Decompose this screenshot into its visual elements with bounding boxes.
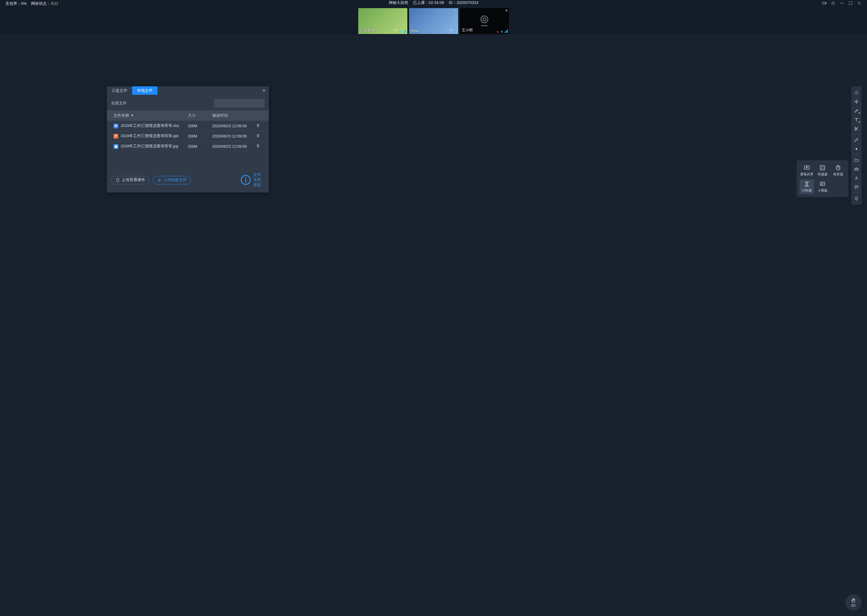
minimize-icon[interactable]: [840, 1, 844, 6]
tool-toolbox[interactable]: [852, 165, 861, 174]
color-indicator-icon: [859, 112, 860, 114]
svg-rect-34: [820, 166, 825, 170]
tool-pen[interactable]: [852, 106, 861, 115]
mic-icon: [454, 29, 457, 33]
network-status: 网络状态：良好: [31, 1, 58, 6]
tool-chat[interactable]: [852, 182, 861, 192]
file-row[interactable]: ▣2019年工作汇报情况查询等等.jpg200M2020/06/23 12:09…: [107, 141, 269, 152]
camera-off-icon: [478, 14, 491, 28]
file-row[interactable]: P2019年工作汇报情况查询等等.ppt200M2020/06/23 12:09…: [107, 131, 269, 141]
file-dialog: 云盘文件 本地文件 ✕ 全部文件 文件名称 ▾ 大小 修改时间 W2019年工作…: [107, 86, 269, 193]
delete-file-icon[interactable]: [256, 145, 260, 149]
svg-rect-7: [399, 31, 400, 32]
record-icon: [449, 27, 453, 33]
tool-color[interactable]: [852, 145, 861, 153]
file-size: 200M: [188, 121, 212, 131]
svg-rect-28: [854, 168, 858, 171]
file-size: 200M: [188, 131, 212, 141]
popover-buzzer[interactable]: 抢答器: [831, 163, 845, 178]
toolbox-popover: 屏幕共享 答题器 抢答器 计时器 小黑板: [796, 160, 848, 197]
fullscreen-icon[interactable]: [848, 1, 853, 6]
participant-tile[interactable]: 叮当老师: [358, 8, 407, 34]
file-row[interactable]: W2019年工作汇报情况查询等等.doc200M2020/06/23 12:09…: [107, 121, 269, 131]
search-input[interactable]: [218, 101, 263, 105]
file-type-icon: P: [113, 134, 118, 139]
participant-name: 叮当老师: [360, 28, 375, 33]
participant-indicators: [394, 27, 406, 33]
mic-muted-icon: [496, 29, 499, 33]
tool-move[interactable]: [852, 97, 861, 106]
popover-timer[interactable]: 计时器: [799, 179, 814, 194]
file-table: 文件名称 ▾ 大小 修改时间 W2019年工作汇报情况查询等等.doc200M2…: [107, 110, 269, 151]
tool-scissors[interactable]: [852, 124, 861, 133]
class-title: 神秘大自然: [389, 0, 408, 5]
raise-hand-button[interactable]: 0/2: [845, 594, 862, 611]
participant-close-icon[interactable]: ✕: [505, 9, 508, 13]
svg-point-21: [245, 178, 246, 178]
svg-point-12: [483, 18, 486, 21]
svg-rect-36: [820, 182, 825, 185]
file-size: 200M: [188, 141, 212, 152]
popover-whiteboard[interactable]: 小黑板: [815, 179, 830, 194]
participant-close-icon[interactable]: ✕: [454, 9, 457, 13]
col-mtime[interactable]: 修改时间: [212, 110, 256, 121]
sort-icon: ▾: [131, 113, 133, 118]
file-name: 2019年工作汇报情况查询等等.ppt: [121, 134, 178, 138]
participant-video-strip: 叮当老师 ✕ Nina ✕ 王小明: [0, 7, 867, 35]
popover-answer[interactable]: 答题器: [815, 163, 830, 178]
svg-rect-15: [501, 31, 502, 32]
svg-rect-0: [823, 2, 825, 5]
mic-icon: [399, 29, 402, 33]
color-indicator-icon: [859, 121, 860, 123]
tool-text[interactable]: [852, 115, 861, 124]
svg-point-11: [481, 16, 488, 23]
tool-user[interactable]: [852, 174, 861, 182]
svg-point-27: [856, 148, 857, 149]
file-mtime: 2020/06/23 12:09:09: [212, 121, 256, 131]
svg-point-9: [451, 30, 452, 30]
mic-icon: [500, 29, 503, 33]
packet-loss: 丢包率：0%: [5, 1, 27, 6]
supported-types-link[interactable]: 文件支持类型: [240, 172, 265, 188]
svg-line-26: [856, 127, 858, 129]
tool-bell[interactable]: [852, 194, 861, 203]
svg-point-22: [856, 92, 856, 93]
dialog-close-icon[interactable]: ✕: [262, 88, 266, 93]
svg-point-6: [395, 30, 396, 30]
delete-file-icon[interactable]: [256, 134, 260, 139]
participant-tile[interactable]: ✕ 王小明: [460, 8, 509, 34]
elapsed-time: 已上课：02:34:09: [413, 0, 444, 5]
tool-laser-pointer[interactable]: [852, 88, 861, 97]
upload-normal-button[interactable]: 上传普通课件: [111, 176, 150, 184]
file-mtime: 2020/06/23 12:09:09: [212, 141, 256, 152]
signal-bars-icon: [403, 29, 406, 33]
tool-eraser[interactable]: [852, 135, 861, 145]
file-name: 2019年工作汇报情况查询等等.doc: [121, 124, 179, 128]
delete-file-icon[interactable]: [256, 124, 260, 129]
file-mtime: 2020/06/23 12:09:09: [212, 131, 256, 141]
file-type-icon: ▣: [113, 144, 118, 149]
toolbar-divider: [852, 154, 861, 155]
tool-folder[interactable]: [852, 156, 861, 165]
col-size[interactable]: 大小: [188, 110, 212, 121]
play-icon: [157, 178, 161, 182]
col-name[interactable]: 文件名称 ▾: [107, 110, 188, 121]
svg-point-1: [833, 3, 834, 4]
participant-indicators: [496, 29, 508, 33]
camera-toggle-icon[interactable]: [822, 1, 827, 6]
hand-icon: [850, 598, 856, 603]
record-icon: [394, 27, 397, 33]
participant-indicators: [449, 27, 457, 33]
participant-tile[interactable]: ✕ Nina: [409, 8, 458, 34]
svg-rect-10: [455, 31, 456, 32]
close-icon[interactable]: [857, 1, 862, 6]
settings-icon[interactable]: [831, 1, 835, 6]
tab-local-files[interactable]: 本地文件: [132, 86, 158, 95]
search-box[interactable]: [214, 99, 265, 107]
upload-animated-button[interactable]: 上传动效文件: [153, 176, 191, 184]
signal-bars-icon: [504, 29, 508, 33]
participant-name: 王小明: [462, 28, 473, 33]
participant-name: Nina: [411, 28, 418, 33]
tab-cloud-files[interactable]: 云盘文件: [107, 86, 132, 95]
popover-screen-share[interactable]: 屏幕共享: [799, 163, 814, 178]
